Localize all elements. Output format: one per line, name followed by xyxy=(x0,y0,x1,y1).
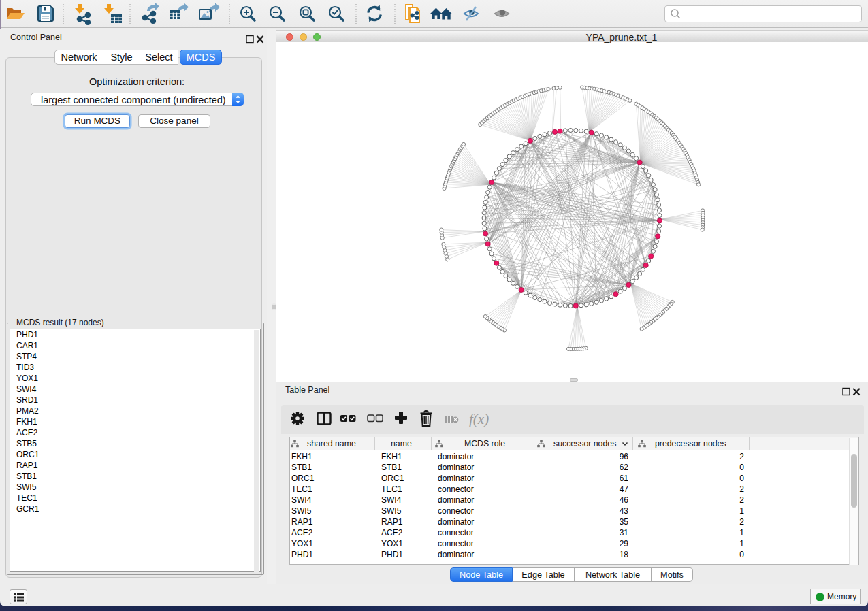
svg-text:f(x): f(x) xyxy=(469,411,489,427)
